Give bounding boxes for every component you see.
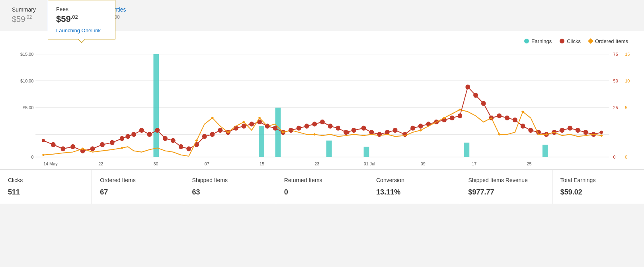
- svg-text:50: 50: [613, 78, 618, 83]
- shipped-revenue-value: $977.77: [468, 188, 544, 196]
- svg-text:15: 15: [625, 51, 630, 56]
- chart-area: $15.00 $10.00 $5.00 0 75 50 25 0 15 10 5…: [8, 46, 636, 169]
- svg-point-48: [266, 124, 269, 128]
- chart-section: Earnings Clicks Ordered Items $15.00 $10…: [0, 31, 644, 169]
- svg-point-49: [289, 128, 293, 132]
- stats-bar: Clicks 511 Ordered Items 67 Shipped Item…: [0, 169, 644, 204]
- svg-text:$10.00: $10.00: [20, 78, 33, 83]
- ordered-dot: [588, 38, 593, 44]
- legend-ordered-label: Ordered Items: [595, 38, 628, 44]
- total-earnings-label: Total Earnings: [560, 177, 636, 183]
- svg-point-40: [132, 133, 135, 136]
- stat-shipped-revenue: Shipped Items Revenue $977.77: [460, 170, 552, 204]
- svg-rect-27: [153, 54, 159, 157]
- tooltip-amount-sup: .02: [71, 14, 78, 20]
- chart-svg: $15.00 $10.00 $5.00 0 75 50 25 0 15 10 5…: [12, 46, 632, 169]
- svg-point-60: [466, 85, 469, 88]
- svg-rect-31: [364, 147, 369, 157]
- svg-text:0: 0: [613, 155, 616, 159]
- shipped-revenue-label: Shipped Items Revenue: [468, 177, 544, 183]
- svg-point-68: [600, 131, 603, 134]
- svg-marker-85: [600, 134, 603, 137]
- tooltip-link[interactable]: Launching OneLink: [56, 27, 107, 33]
- ordered-items-label: Ordered Items: [100, 177, 176, 183]
- svg-point-67: [576, 128, 580, 132]
- stat-returned-items: Returned Items 0: [276, 170, 368, 204]
- svg-text:25: 25: [613, 105, 618, 110]
- svg-point-46: [234, 126, 238, 130]
- svg-text:10: 10: [625, 78, 630, 83]
- svg-text:30: 30: [153, 161, 158, 166]
- svg-point-57: [427, 122, 430, 126]
- svg-marker-72: [195, 139, 198, 141]
- svg-point-59: [459, 114, 462, 117]
- svg-text:$15.00: $15.00: [20, 51, 33, 56]
- svg-rect-33: [543, 145, 548, 157]
- svg-rect-29: [275, 108, 281, 157]
- svg-text:$5.00: $5.00: [23, 105, 33, 110]
- legend-earnings: Earnings: [524, 38, 552, 44]
- svg-point-42: [164, 137, 167, 140]
- tooltip-amount-main: $59: [56, 14, 71, 24]
- conversion-value: 13.11%: [376, 188, 452, 196]
- svg-marker-70: [81, 147, 84, 150]
- total-earnings-value: $59.02: [560, 188, 636, 196]
- tooltip-label: Fees: [56, 6, 107, 12]
- svg-point-35: [42, 139, 45, 142]
- svg-text:0: 0: [625, 155, 627, 159]
- svg-point-62: [498, 114, 501, 117]
- svg-marker-71: [121, 147, 124, 149]
- tab-summary[interactable]: Summary $59.02: [0, 0, 48, 31]
- clicks-label: Clicks: [8, 177, 84, 183]
- svg-point-47: [250, 122, 253, 126]
- legend-clicks: Clicks: [560, 38, 581, 44]
- svg-text:22: 22: [98, 161, 103, 166]
- svg-point-36: [61, 147, 64, 150]
- svg-marker-69: [42, 153, 45, 156]
- svg-point-53: [362, 126, 365, 130]
- svg-text:0: 0: [31, 155, 33, 159]
- svg-text:07: 07: [205, 161, 209, 166]
- svg-point-56: [411, 126, 414, 130]
- svg-point-66: [560, 128, 564, 132]
- svg-point-55: [394, 128, 397, 132]
- svg-point-50: [313, 122, 316, 126]
- svg-point-41: [148, 133, 151, 136]
- fees-tooltip: Fees $59.02 Launching OneLink: [48, 0, 115, 39]
- svg-rect-32: [464, 142, 469, 157]
- svg-text:17: 17: [472, 161, 476, 166]
- svg-rect-30: [326, 140, 332, 157]
- svg-point-51: [329, 124, 332, 128]
- clicks-dot: [560, 39, 564, 43]
- earnings-dot: [524, 39, 529, 43]
- returned-items-label: Returned Items: [284, 177, 360, 183]
- summary-amount-sup: .02: [25, 14, 32, 20]
- legend-clicks-label: Clicks: [567, 38, 581, 44]
- returned-items-value: 0: [284, 188, 360, 196]
- svg-marker-78: [313, 133, 316, 135]
- svg-point-54: [378, 133, 381, 136]
- stat-total-earnings: Total Earnings $59.02: [552, 170, 644, 204]
- svg-point-61: [482, 102, 485, 105]
- stat-clicks: Clicks 511: [0, 170, 92, 204]
- svg-text:25: 25: [527, 161, 531, 166]
- summary-tab-amount: $59.02: [12, 14, 36, 24]
- stat-shipped-items: Shipped Items 63: [184, 170, 276, 204]
- svg-text:09: 09: [421, 161, 425, 166]
- shipped-items-value: 63: [192, 188, 268, 196]
- svg-point-45: [219, 128, 222, 132]
- summary-amount-main: $59: [12, 15, 25, 24]
- svg-point-43: [180, 145, 183, 148]
- clicks-value: 511: [8, 188, 84, 196]
- svg-text:14 May: 14 May: [43, 161, 58, 166]
- svg-point-63: [513, 118, 517, 122]
- summary-tab-label: Summary: [12, 6, 36, 13]
- svg-rect-28: [259, 126, 264, 157]
- svg-marker-82: [498, 133, 501, 135]
- svg-point-64: [529, 128, 532, 132]
- svg-text:23: 23: [314, 161, 319, 166]
- svg-text:75: 75: [613, 51, 618, 56]
- svg-text:15: 15: [260, 161, 264, 166]
- svg-text:5: 5: [625, 105, 627, 110]
- svg-point-39: [121, 137, 124, 140]
